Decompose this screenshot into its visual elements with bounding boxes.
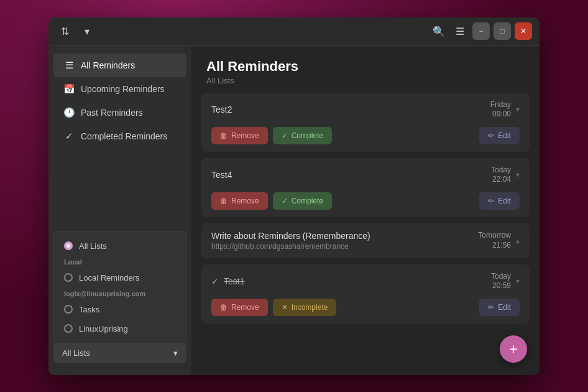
page-title: All Reminders [206,58,525,75]
completed-icon: ✓ [63,131,75,142]
reminder-title-container-test1: ✓ Test1 [211,276,244,286]
right-header: All Reminders All Lists [191,46,540,93]
dropdown-btn[interactable]: ▾ [78,22,96,40]
list-option-tasks[interactable]: Tasks [54,300,186,319]
right-panel: All Reminders All Lists Test2 Friday 09:… [191,46,540,375]
dropdown-icon: ▾ [85,26,90,37]
complete-test4-button[interactable]: ✓ Complete [273,192,332,210]
menu-icon: ☰ [456,26,464,37]
account-section-label: logix@linuxuprising.com [54,287,186,300]
page-subtitle: All Lists [206,76,525,85]
completed-check-icon: ✓ [211,276,219,286]
chevron-down-icon: ▾ [516,105,520,114]
close-button[interactable]: ✕ [515,22,532,40]
reminder-card-test1: ✓ Test1 Today 20:59 ▾ [201,264,530,324]
upcoming-icon: 📅 [63,83,75,95]
incomplete-test1-button[interactable]: ✕ Incomplete [273,299,337,316]
local-section-label: Local [54,256,186,268]
complete-test2-button[interactable]: ✓ Complete [273,127,332,144]
reminder-actions-test4: 🗑 Remove ✓ Complete ✏ Edit [201,192,530,217]
reminder-header-test2[interactable]: Test2 Friday 09:00 ▾ [201,93,530,127]
all-lists-dropdown-btn[interactable]: All Lists ▾ [53,343,186,363]
reminder-actions-test2: 🗑 Remove ✓ Complete ✏ Edit [201,127,530,152]
sidebar: ☰ All Reminders 📅 Upcoming Reminders 🕐 P… [48,46,191,375]
past-icon: 🕐 [63,107,75,118]
sort-icon-btn[interactable]: ⇅ [56,22,73,40]
trash-icon-2: 🗑 [220,197,227,205]
sidebar-item-label-completed: Completed Reminders [81,131,167,141]
list-selector-popup: All Lists Local Local Reminders logix@li… [53,231,186,344]
sidebar-item-label-all: All Reminders [81,60,135,70]
search-icon: 🔍 [433,26,445,37]
trash-icon: 🗑 [220,131,227,140]
check-complete-icon: ✓ [282,131,288,140]
titlebar-controls: 🔍 ☰ − □ ✕ [430,22,532,40]
reminder-subtitle-write: https://github.com/dgsasha/remembrance [211,242,370,251]
dropdown-chevron-icon: ▾ [173,348,178,358]
app-window: ⇅ ▾ 🔍 ☰ − □ ✕ ☰ All Reminders [48,17,540,375]
list-option-all-lists[interactable]: All Lists [54,236,186,256]
sidebar-item-all-reminders[interactable]: ☰ All Reminders [53,54,186,77]
sidebar-item-upcoming[interactable]: 📅 Upcoming Reminders [53,77,186,101]
radio-local [64,273,73,282]
menu-button[interactable]: ☰ [451,22,469,40]
reminder-card-test4: Test4 Today 22:04 ▾ 🗑 Remove [201,158,530,217]
reminder-header-test4[interactable]: Test4 Today 22:04 ▾ [201,158,530,192]
reminder-date-text-test4: Today 22:04 [491,166,511,185]
local-reminders-label: Local Reminders [79,273,140,282]
chevron-up-icon-write: ▴ [516,236,520,245]
reminder-header-test1[interactable]: ✓ Test1 Today 20:59 ▾ [201,264,530,299]
radio-tasks [64,305,73,314]
pencil-icon-2: ✏ [488,197,494,205]
tasks-label: Tasks [79,305,99,314]
reminder-date-test4: Today 22:04 ▾ [491,166,520,185]
reminder-actions-test1: 🗑 Remove ✕ Incomplete ✏ Edit [201,299,530,324]
reminder-title-test4: Test4 [211,170,232,180]
reminders-list: Test2 Friday 09:00 ▾ 🗑 Remove [191,93,540,375]
reminder-date-write: Tomorrow 21:56 ▴ [478,231,520,250]
all-reminders-icon: ☰ [63,60,75,71]
reminder-date-text-write: Tomorrow 21:56 [478,231,511,250]
reminder-date-test1: Today 20:59 ▾ [491,272,520,291]
sidebar-item-label-upcoming: Upcoming Reminders [81,84,165,94]
remove-test2-button[interactable]: 🗑 Remove [211,127,268,144]
sidebar-item-label-past: Past Reminders [81,108,143,118]
minimize-button[interactable]: − [472,22,490,40]
sidebar-item-completed[interactable]: ✓ Completed Reminders [53,124,186,148]
list-option-linuxuprising[interactable]: LinuxUprising [54,319,186,338]
pencil-icon-3: ✏ [488,303,494,312]
reminder-date-test2: Friday 09:00 ▾ [490,100,520,119]
reminder-date-text-test2: Friday 09:00 [490,100,511,119]
list-option-local[interactable]: Local Reminders [54,268,186,287]
reminder-header-write[interactable]: Write about Reminders (Rememberance) htt… [201,223,530,258]
reminder-title-test1: Test1 [224,276,244,286]
pencil-icon: ✏ [488,131,494,140]
search-button[interactable]: 🔍 [430,22,448,40]
radio-inner [67,244,70,248]
check-complete-icon-2: ✓ [282,197,288,205]
reminder-card-write: Write about Reminders (Rememberance) htt… [201,223,530,258]
titlebar: ⇅ ▾ 🔍 ☰ − □ ✕ [48,17,540,46]
main-content: ☰ All Reminders 📅 Upcoming Reminders 🕐 P… [48,46,540,375]
linuxuprising-label: LinuxUprising [79,324,128,334]
edit-test2-button[interactable]: ✏ Edit [479,127,520,144]
sort-icon: ⇅ [61,26,69,37]
x-icon: ✕ [282,303,288,312]
radio-all-lists [64,241,73,250]
chevron-down-icon-test4: ▾ [516,170,520,179]
sidebar-item-past[interactable]: 🕐 Past Reminders [53,101,186,124]
remove-test4-button[interactable]: 🗑 Remove [211,192,268,210]
maximize-button[interactable]: □ [494,22,511,40]
all-lists-btn-label: All Lists [62,348,90,358]
reminder-title-test2: Test2 [211,105,232,114]
trash-icon-3: 🗑 [220,303,227,312]
radio-linuxuprising [64,324,73,333]
edit-test1-button[interactable]: ✏ Edit [479,299,520,316]
add-reminder-fab[interactable]: + [500,335,527,363]
fab-container: + [500,335,527,363]
edit-test4-button[interactable]: ✏ Edit [479,192,520,210]
remove-test1-button[interactable]: 🗑 Remove [211,299,268,316]
chevron-down-icon-test1: ▾ [516,277,520,286]
reminder-card-test2: Test2 Friday 09:00 ▾ 🗑 Remove [201,93,530,152]
reminder-date-text-test1: Today 20:59 [491,272,511,291]
